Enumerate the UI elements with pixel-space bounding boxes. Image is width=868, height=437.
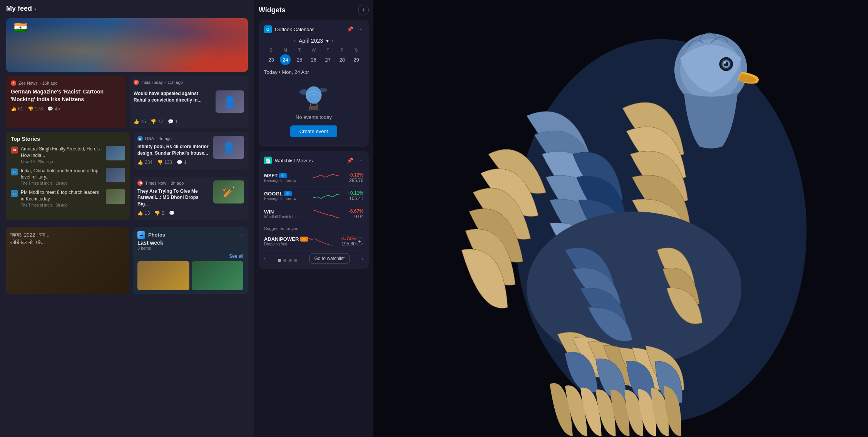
watchlist-pin-btn[interactable]: 📌 (346, 157, 354, 164)
svg-line-4 (310, 103, 311, 106)
adani-change: -1.73% (333, 236, 356, 241)
story3-meta: The Times of India · 8h ago (21, 203, 103, 207)
tn-comments[interactable]: 💬 (169, 210, 175, 216)
nav-dot-1[interactable] (278, 259, 281, 262)
calendar-actions: 📌 ··· (346, 25, 363, 33)
zee-time: · 15h ago (40, 81, 58, 85)
zee-dislikes[interactable]: 👎 278 (28, 106, 43, 112)
calendar-widget-header: O Outlook Calendar 📌 ··· (264, 25, 363, 33)
go-to-watchlist-button[interactable]: Go to watchlist (309, 254, 350, 264)
calendar-next-btn[interactable]: › (332, 38, 333, 43)
dna-reactions: 👍 234 👎 133 💬 1 (137, 160, 209, 165)
photos-icon: ☁ (137, 231, 145, 239)
stock-item-msft[interactable]: MSFT 🔷 Earnings tomorrow -0.12% 285.76 (264, 169, 363, 187)
watchlist-next-arrow[interactable]: › (362, 256, 363, 261)
cal-day-29[interactable]: 29 (351, 54, 362, 65)
nav-dot-4[interactable] (294, 259, 297, 262)
calendar-title: Outlook Calendar (275, 27, 314, 32)
win-sparkline (313, 208, 340, 220)
feed-section: My feed › 🇮🇳 Z Zee News · 15h ago German… (0, 0, 254, 437)
it-comments[interactable]: 💬 1 (168, 119, 178, 124)
dna-dislikes[interactable]: 👎 133 (157, 160, 172, 165)
it-dislikes[interactable]: 👎 17 (151, 119, 163, 124)
create-event-button[interactable]: Create event (290, 125, 337, 137)
news-card-zee-news[interactable]: Z Zee News · 15h ago German Magazine's '… (6, 76, 126, 128)
story2-meta: The Times of India · 1h ago (21, 181, 103, 185)
news-card-india-today[interactable]: IT India Today · 11h ago Would have appe… (130, 76, 248, 128)
outlook-icon: O (264, 25, 272, 33)
zee-comments[interactable]: 💬 45 (47, 106, 60, 112)
nav-dot-3[interactable] (289, 259, 292, 262)
stock-item-googl[interactable]: GOOGL 🔷 Earnings tomorrow +0.11% 105.41 (264, 187, 363, 205)
suggested-label: Suggested for you (264, 226, 363, 231)
india-today-reactions: 👍 15 👎 17 💬 1 (134, 119, 244, 124)
dna-name: DNA (145, 136, 154, 141)
dna-comments[interactable]: 💬 1 (177, 160, 187, 165)
story-item-3[interactable]: TI PM Modi to meet 8 top church leaders … (11, 189, 125, 207)
calendar-days-row: 23 24 25 26 27 28 29 (264, 54, 363, 65)
story-item-2[interactable]: TI India, China hold another round of to… (11, 168, 125, 186)
news-source-zee: Z Zee News · 15h ago (11, 80, 121, 86)
cal-day-25[interactable]: 25 (294, 54, 305, 65)
watchlist-widget: 📈 Watchlist Movers 📌 ··· MSFT 🔷 Earnings… (259, 151, 369, 269)
dna-source: D DNA · 4d ago (137, 136, 209, 141)
featured-image-card[interactable]: 🇮🇳 (6, 18, 248, 72)
cal-day-27[interactable]: 27 (323, 54, 333, 65)
story-item-1[interactable]: 18 Amritpal Singh Finally Arrested, Here… (11, 146, 125, 164)
msft-name: MSFT 🔷 (264, 173, 313, 178)
calendar-month-dropdown-icon[interactable]: ▾ (326, 38, 329, 44)
dna-time: · 4d ago (156, 136, 172, 141)
calendar-prev-btn[interactable]: ‹ (294, 38, 296, 43)
bottom-news-card[interactable]: नवम्बर, 2022 | सम...कोर्डिनेटर मो: +9... (6, 227, 129, 294)
feed-header[interactable]: My feed › (6, 5, 248, 13)
watchlist-title: Watchlist Movers (275, 158, 313, 163)
story3-title: PM Modi to meet 8 top church leaders in … (21, 189, 103, 202)
last-week-section: ☁ Photos ··· Last week 3 items See all (133, 227, 248, 294)
timesnow-article-card[interactable]: TN Times Now · 3h ago They Are Trying To… (134, 177, 248, 220)
story2-title: India, China hold another round of top-l… (21, 168, 103, 181)
stock-item-adani[interactable]: ADANIPOWER 🔶 Dropping fast -1.73% 195.80… (264, 232, 363, 250)
cal-day-23[interactable]: 23 (266, 54, 276, 65)
last-week-title: Last week (137, 240, 243, 246)
watchlist-bottom-row: ‹ Go to watchlist › (264, 254, 363, 264)
india-today-name: India Today (141, 80, 163, 85)
eagle-section (373, 0, 868, 437)
watchlist-more-btn[interactable]: ··· (357, 157, 363, 164)
dna-likes[interactable]: 👍 234 (137, 160, 152, 165)
photos-menu-btn[interactable]: ··· (238, 232, 243, 239)
nav-dot-2[interactable] (283, 259, 286, 262)
story2-text: India, China hold another round of top-l… (21, 168, 103, 186)
googl-change: +0.11% (340, 190, 363, 196)
zee-likes[interactable]: 👍 61 (11, 106, 23, 112)
cal-day-28[interactable]: 28 (337, 54, 348, 65)
adani-add-btn[interactable]: + (356, 237, 363, 245)
googl-sparkline (313, 190, 340, 202)
photo-thumb-1[interactable] (137, 261, 189, 290)
calendar-pin-btn[interactable]: 📌 (346, 25, 354, 33)
adani-sub: Dropping fast (264, 242, 308, 246)
win-info: WIN Windfall Geotek Inc (264, 209, 313, 219)
dna-article-card[interactable]: D DNA · 4d ago Infinity pool, Rs 49 cror… (134, 132, 248, 169)
svg-point-17 (527, 212, 741, 365)
eagle-svg (373, 0, 868, 437)
today-label: Today • Mon, 24 Apr (264, 69, 363, 75)
photo-thumb-2[interactable] (192, 261, 244, 290)
win-price: 0.07 (340, 214, 363, 219)
timesnow-content: TN Times Now · 3h ago They Are Trying To… (137, 180, 209, 216)
timesnow-time: · 3h ago (169, 181, 184, 185)
cal-day-26[interactable]: 26 (308, 54, 319, 65)
see-all-link[interactable]: See all (229, 254, 243, 259)
it-likes[interactable]: 👍 15 (134, 119, 146, 124)
timesnow-thumb: 🏏 (213, 180, 244, 203)
watchlist-prev-arrow[interactable]: ‹ (264, 256, 266, 261)
calendar-more-btn[interactable]: ··· (357, 25, 363, 33)
cal-day-24-today[interactable]: 24 (280, 54, 291, 65)
stock-item-win[interactable]: WIN Windfall Geotek Inc -6.67% 0.07 (264, 205, 363, 223)
flag-icon: 🇮🇳 (14, 21, 27, 34)
photos-items-count: 3 items (137, 246, 243, 250)
no-events-balloon-icon (298, 84, 329, 111)
widgets-add-button[interactable]: + (358, 5, 369, 15)
tn-dislikes[interactable]: 👎 2 (154, 210, 164, 216)
top-stories-widget: Top Stories 18 Amritpal Singh Finally Ar… (6, 132, 130, 220)
tn-likes[interactable]: 👍 13 (137, 210, 150, 216)
